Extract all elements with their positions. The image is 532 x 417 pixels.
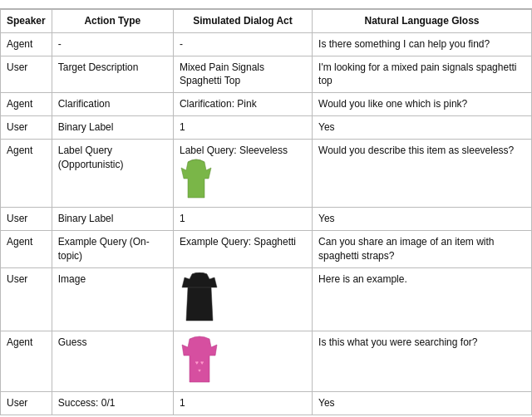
- cell-speaker: Agent: [1, 93, 52, 116]
- col-speaker: Speaker: [1, 10, 52, 33]
- cell-gloss: Is there something I can help you find?: [313, 32, 532, 56]
- cell-action-type: Target Description: [52, 56, 173, 93]
- table-row: AgentGuess ♥ ♥ ♥ Is this what you were s…: [1, 331, 532, 392]
- cell-action-type: Binary Label: [52, 115, 173, 139]
- cell-gloss: Can you share an image of an item with s…: [313, 231, 532, 268]
- table-row: AgentExample Query (On-topic)Example Que…: [1, 231, 532, 268]
- cell-speaker: User: [1, 115, 52, 139]
- col-action-type: Action Type: [52, 10, 173, 33]
- cell-gloss: Would you describe this item as sleevele…: [313, 139, 532, 208]
- cell-action-type: -: [52, 32, 173, 56]
- cell-action-type: Binary Label: [52, 208, 173, 231]
- table-header-row: Speaker Action Type Simulated Dialog Act…: [1, 10, 532, 33]
- cell-gloss: Yes: [313, 208, 532, 231]
- cell-dialog-act: Mixed Pain Signals Spaghetti Top: [173, 56, 312, 93]
- cell-speaker: Agent: [1, 139, 52, 208]
- cell-gloss: I'm looking for a mixed pain signals spa…: [313, 56, 532, 93]
- cell-speaker: Agent: [1, 32, 52, 56]
- col-gloss: Natural Language Gloss: [313, 10, 532, 33]
- product-image-pink-top: ♥ ♥ ♥: [180, 336, 306, 388]
- dialog-title: [0, 0, 532, 9]
- cell-gloss: Yes: [313, 115, 532, 139]
- product-image-black-dress: [180, 272, 306, 326]
- cell-action-type: Success: 0/1: [52, 392, 173, 415]
- cell-gloss: Here is an example.: [313, 267, 532, 331]
- cell-dialog-act: Clarification: Pink: [173, 93, 312, 116]
- cell-dialog-act: Example Query: Spaghetti: [173, 231, 312, 268]
- cell-dialog-act: 1: [173, 392, 312, 415]
- cell-speaker: User: [1, 208, 52, 231]
- cell-gloss: Is this what you were searching for?: [313, 331, 532, 392]
- cell-speaker: User: [1, 267, 52, 331]
- cell-action-type: Guess: [52, 331, 173, 392]
- svg-text:♥: ♥: [198, 368, 201, 373]
- cell-action-type: Example Query (On-topic): [52, 231, 173, 268]
- table-row: AgentLabel Query (Opportunistic)Label Qu…: [1, 139, 532, 208]
- table-row: UserBinary Label1Yes: [1, 208, 532, 231]
- cell-action-type: Clarification: [52, 93, 173, 116]
- product-image-green-top: [180, 158, 213, 204]
- cell-gloss: Would you like one which is pink?: [313, 93, 532, 116]
- table-row: UserImage Here is an example.: [1, 267, 532, 331]
- cell-speaker: Agent: [1, 331, 52, 392]
- cell-speaker: User: [1, 56, 52, 93]
- cell-dialog-act: [173, 267, 312, 331]
- table-row: Agent--Is there something I can help you…: [1, 32, 532, 56]
- cell-dialog-act: 1: [173, 208, 312, 231]
- cell-dialog-act: 1: [173, 115, 312, 139]
- table-row: UserSuccess: 0/11Yes: [1, 392, 532, 415]
- dialog-act-text: Label Query: Sleeveless: [180, 145, 288, 156]
- cell-dialog-act: Label Query: Sleeveless: [173, 139, 312, 208]
- table-row: AgentClarificationClarification: PinkWou…: [1, 93, 532, 116]
- table-row: UserTarget DescriptionMixed Pain Signals…: [1, 56, 532, 93]
- cell-dialog-act: -: [173, 32, 312, 56]
- table-row: UserBinary Label1Yes: [1, 115, 532, 139]
- cell-speaker: User: [1, 392, 52, 415]
- col-dialog-act: Simulated Dialog Act: [173, 10, 312, 33]
- svg-text:♥ ♥: ♥ ♥: [195, 360, 204, 365]
- cell-speaker: Agent: [1, 231, 52, 268]
- cell-action-type: Image: [52, 267, 173, 331]
- cell-gloss: Yes: [313, 392, 532, 415]
- dialog-table: Speaker Action Type Simulated Dialog Act…: [0, 9, 532, 415]
- cell-dialog-act: ♥ ♥ ♥: [173, 331, 312, 392]
- cell-action-type: Label Query (Opportunistic): [52, 139, 173, 208]
